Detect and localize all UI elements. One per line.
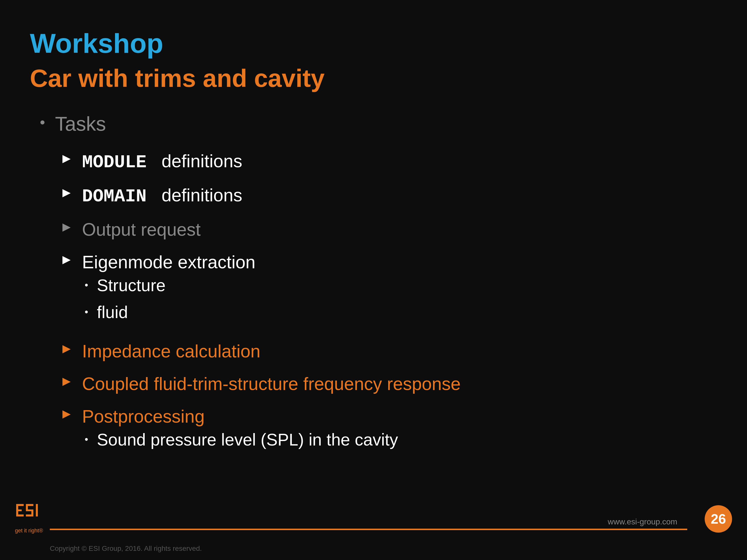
coupled-text: Coupled fluid-trim-structure frequency r… bbox=[82, 373, 461, 395]
svg-rect-2 bbox=[16, 509, 22, 511]
list-item-output: ► Output request bbox=[60, 219, 717, 240]
domain-keyword: DOMAIN bbox=[82, 186, 147, 207]
list-item-postprocessing: ► Postprocessing • Sound pressure level … bbox=[60, 406, 717, 456]
module-keyword: MODULE bbox=[82, 152, 147, 173]
domain-text: DOMAIN definitions bbox=[82, 184, 242, 207]
module-text: MODULE definitions bbox=[82, 150, 242, 173]
spl-label: Sound pressure level (SPL) in the cavity bbox=[97, 430, 398, 449]
sub-items-list: ► MODULE definitions ► DOMAIN definition… bbox=[40, 150, 717, 457]
eigenmode-nested: • Structure • fluid bbox=[60, 275, 165, 329]
esi-logo-svg bbox=[15, 503, 50, 525]
footer-divider-line bbox=[50, 529, 687, 530]
page-number: 26 bbox=[711, 511, 726, 527]
impedance-text: Impedance calculation bbox=[82, 341, 260, 362]
svg-rect-3 bbox=[16, 514, 24, 516]
page-number-badge: 26 bbox=[705, 505, 732, 533]
slide: Workshop Car with trims and cavity • Tas… bbox=[0, 0, 747, 560]
nested-dot-fluid: • bbox=[85, 306, 88, 318]
footer-logo: get it right® bbox=[15, 503, 50, 528]
output-text: Output request bbox=[82, 219, 201, 240]
footer: get it right® www.esi-group.com 26 Copyr… bbox=[0, 515, 747, 560]
postprocessing-text: Postprocessing bbox=[82, 406, 204, 427]
fluid-label: fluid bbox=[97, 302, 128, 322]
bullet-dot: • bbox=[40, 115, 45, 130]
esi-tagline: get it right® bbox=[15, 527, 50, 534]
content-area: • Tasks ► MODULE definitions ► DOMAIN de… bbox=[30, 112, 717, 457]
structure-label: Structure bbox=[97, 275, 165, 295]
list-item-module: ► MODULE definitions bbox=[60, 150, 717, 173]
tasks-label: Tasks bbox=[55, 112, 106, 135]
main-bullet-tasks: • Tasks bbox=[40, 112, 717, 135]
arrow-icon-output: ► bbox=[60, 220, 73, 234]
list-item-eigenmode: ► Eigenmode extraction • Structure • flu… bbox=[60, 251, 717, 329]
list-item-impedance: ► Impedance calculation bbox=[60, 341, 717, 362]
svg-rect-1 bbox=[16, 504, 24, 506]
domain-def: definitions bbox=[152, 185, 242, 205]
arrow-icon-postprocessing: ► bbox=[60, 407, 73, 421]
arrow-icon-coupled: ► bbox=[60, 374, 73, 388]
arrow-icon-impedance: ► bbox=[60, 342, 73, 355]
module-def: definitions bbox=[152, 151, 242, 171]
list-item-domain: ► DOMAIN definitions bbox=[60, 184, 717, 207]
title-workshop: Workshop bbox=[30, 27, 717, 59]
list-item-coupled: ► Coupled fluid-trim-structure frequency… bbox=[60, 373, 717, 395]
nested-dot-structure: • bbox=[85, 279, 88, 291]
arrow-icon-domain: ► bbox=[60, 186, 73, 199]
svg-rect-8 bbox=[26, 514, 33, 516]
svg-rect-9 bbox=[36, 504, 38, 516]
nested-item-spl: • Sound pressure level (SPL) in the cavi… bbox=[85, 430, 398, 449]
nested-dot-spl: • bbox=[85, 434, 88, 445]
nested-item-structure: • Structure bbox=[85, 275, 165, 295]
esi-logo-text bbox=[15, 503, 50, 526]
eigenmode-text: Eigenmode extraction bbox=[82, 251, 255, 273]
footer-url: www.esi-group.com bbox=[608, 517, 677, 526]
postprocessing-nested: • Sound pressure level (SPL) in the cavi… bbox=[60, 430, 398, 457]
arrow-icon-eigenmode: ► bbox=[60, 252, 73, 266]
arrow-icon-module: ► bbox=[60, 152, 73, 165]
title-subtitle: Car with trims and cavity bbox=[30, 64, 717, 92]
nested-item-fluid: • fluid bbox=[85, 302, 165, 322]
footer-copyright: Copyright © ESI Group, 2016. All rights … bbox=[50, 544, 202, 553]
